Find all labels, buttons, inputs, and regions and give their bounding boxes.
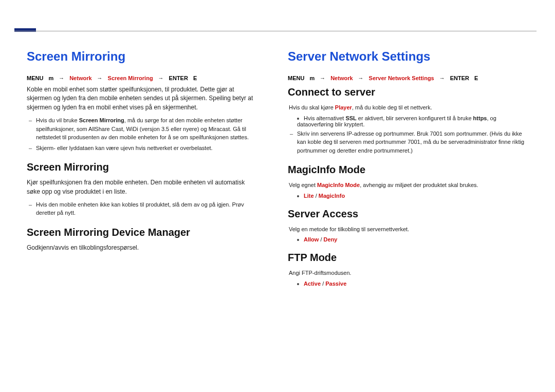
- left-title: Screen Mirroring: [27, 49, 257, 64]
- left-sub1-note: Hvis den mobile enheten ikke kan kobles …: [36, 200, 257, 217]
- bc-arrow: →: [439, 75, 445, 81]
- ssl-bullet: Hvis alternativet SSL er aktivert, blir …: [288, 115, 528, 127]
- connect-line1: Hvis du skal kjøre Player, må du koble d…: [288, 103, 528, 112]
- magicinfo-term: MagicInfo Mode: [317, 182, 360, 188]
- t: Velg egnet: [289, 182, 317, 188]
- opt-active: Active: [304, 281, 321, 287]
- bullet-icon: [297, 239, 299, 241]
- bc-item: Server Network Settings: [369, 75, 434, 81]
- sep: /: [319, 236, 323, 242]
- bc-e-glyph: E: [474, 75, 478, 81]
- t: er aktivert, blir serveren konfigurert t…: [357, 115, 473, 121]
- bc-menu: MENU: [27, 75, 43, 81]
- bc-item: Screen Mirroring: [108, 75, 153, 81]
- bc-network: Network: [69, 75, 91, 81]
- server-access-body: Velg en metode for tilkobling til server…: [288, 225, 528, 234]
- ssl-term: SSL: [345, 115, 356, 121]
- ftp-options: Active / Passive: [288, 281, 528, 287]
- connect-note: Skriv inn serverens IP-adresse og portnu…: [297, 129, 528, 155]
- connect-notes: Skriv inn serverens IP-adresse og portnu…: [288, 129, 528, 155]
- left-note-2: Skjerm- eller lyddataen kan være ujevn h…: [36, 144, 257, 153]
- left-notes: Hvis du vil bruke Screen Mirroring, må d…: [27, 116, 257, 152]
- opt-lite: Lite: [304, 193, 314, 199]
- bullet-icon: [297, 195, 299, 197]
- bc-menu: MENU: [288, 75, 304, 81]
- left-note-1: Hvis du vil bruke Screen Mirroring, må d…: [36, 116, 257, 142]
- t: Hvis alternativet: [304, 115, 345, 121]
- connect-heading: Connect to server: [288, 86, 528, 98]
- left-breadcrumb: MENU m → Network → Screen Mirroring → EN…: [27, 75, 257, 81]
- opt-magicinfo: MagicInfo: [319, 193, 345, 199]
- https-term: https: [473, 115, 487, 121]
- right-column: Server Network Settings MENU m → Network…: [278, 49, 528, 289]
- server-access-options: Allow / Deny: [288, 236, 528, 242]
- sep: /: [321, 281, 325, 287]
- bc-arrow: →: [158, 75, 164, 81]
- content-columns: Screen Mirroring MENU m → Network → Scre…: [27, 49, 528, 289]
- bullet-icon: [297, 283, 299, 285]
- left-intro: Koble en mobil enhet som støtter speilfu…: [27, 85, 257, 112]
- server-access-heading: Server Access: [288, 208, 528, 220]
- opt-passive: Passive: [325, 281, 346, 287]
- left-column: Screen Mirroring MENU m → Network → Scre…: [27, 49, 278, 289]
- ftp-body: Angi FTP-driftsmodusen.: [288, 269, 528, 277]
- right-title: Server Network Settings: [288, 49, 528, 64]
- bc-arrow: →: [320, 75, 325, 81]
- player-term: Player: [335, 104, 352, 110]
- left-sub2-heading: Screen Mirroring Device Manager: [27, 227, 257, 238]
- bullet-icon: [297, 118, 299, 120]
- left-sub1-body: Kjør speilfunksjonen fra den mobile enhe…: [27, 178, 257, 196]
- t: Hvis du skal kjøre: [289, 104, 335, 110]
- bc-e-glyph: E: [193, 75, 197, 81]
- bc-m-glyph: m: [48, 75, 53, 81]
- sep: /: [314, 193, 319, 199]
- t: , må du koble deg til et nettverk.: [352, 104, 432, 110]
- opt-allow: Allow: [304, 236, 319, 242]
- bc-arrow: →: [358, 75, 364, 81]
- bc-network: Network: [330, 75, 353, 81]
- magicinfo-body: Velg egnet MagicInfo Mode, avhengig av m…: [288, 181, 528, 190]
- left-sub2-body: Godkjenn/avvis en tilkoblingsforespørsel…: [27, 244, 257, 252]
- right-breadcrumb: MENU m → Network → Server Network Settin…: [288, 75, 528, 81]
- bc-arrow: →: [59, 75, 64, 81]
- bc-arrow: →: [97, 75, 103, 81]
- page-divider: [14, 31, 536, 31]
- left-sub1-notes: Hvis den mobile enheten ikke kan kobles …: [27, 200, 257, 217]
- term-screen-mirroring: Screen Mirroring: [79, 117, 124, 123]
- bc-enter: ENTER: [169, 75, 188, 81]
- t: , avhengig av miljøet der produktet skal…: [360, 182, 478, 188]
- ftp-heading: FTP Mode: [288, 252, 528, 264]
- magicinfo-options: Lite / MagicInfo: [288, 193, 528, 199]
- bc-enter: ENTER: [450, 75, 469, 81]
- bc-m-glyph: m: [309, 75, 314, 81]
- note-text: Hvis du vil bruke Screen Mirroring, må d…: [36, 117, 249, 140]
- left-sub1-heading: Screen Mirroring: [27, 161, 257, 173]
- magicinfo-heading: MagicInfo Mode: [288, 164, 528, 176]
- opt-deny: Deny: [324, 236, 338, 242]
